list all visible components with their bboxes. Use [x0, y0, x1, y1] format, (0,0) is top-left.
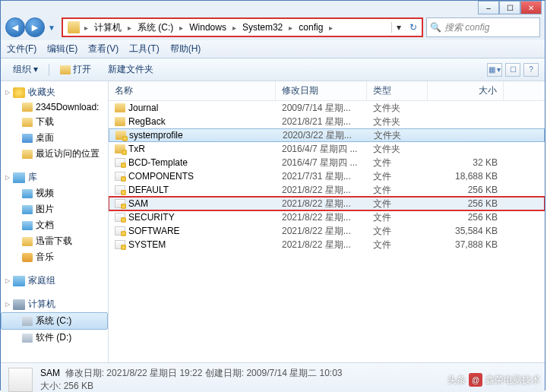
view-options-button[interactable]: ▦ ▾	[487, 63, 502, 77]
file-date: 2016/4/7 星期四 ...	[276, 156, 367, 170]
breadcrumb-item[interactable]: System32	[238, 22, 287, 33]
file-row[interactable]: TxR2016/4/7 星期四 ...文件夹	[109, 142, 545, 156]
folder-icon	[22, 103, 33, 112]
sidebar: ▷ 收藏夹 2345Download: 下载 桌面 最近访问的位置 ▷ 库 视频…	[1, 81, 109, 362]
newfolder-button[interactable]: 新建文件夹	[102, 62, 160, 77]
window-controls: – ☐ ✕	[478, 1, 542, 14]
watermark-text: 鑫荣电脑技术	[485, 374, 540, 387]
drive-icon	[22, 334, 33, 343]
refresh-button[interactable]: ↻	[405, 22, 422, 33]
folder-icon	[115, 117, 125, 126]
file-row[interactable]: SAM2021/8/22 星期...文件256 KB	[109, 197, 545, 210]
col-date[interactable]: 修改日期	[276, 81, 367, 100]
sidebar-item[interactable]: 视频	[1, 185, 108, 201]
sidebar-item[interactable]: 2345Download:	[1, 100, 108, 114]
preview-pane-button[interactable]: ☐	[505, 63, 520, 77]
sidebar-label: 家庭组	[28, 274, 55, 287]
search-input[interactable]: 🔍 搜索 config	[426, 17, 540, 37]
sidebar-item[interactable]: 下载	[1, 114, 108, 130]
sidebar-item-label: 最近访问的位置	[36, 147, 100, 160]
file-row[interactable]: SYSTEM2021/8/22 星期...文件37,888 KB	[109, 238, 545, 251]
sidebar-item[interactable]: 文档	[1, 217, 108, 233]
close-button[interactable]: ✕	[520, 1, 542, 14]
file-row[interactable]: DEFAULT2021/8/22 星期...文件256 KB	[109, 183, 545, 197]
menu-edit[interactable]: 编辑(E)	[47, 43, 77, 55]
sidebar-item[interactable]: 迅雷下载	[1, 233, 108, 249]
menu-view[interactable]: 查看(V)	[88, 43, 119, 55]
sidebar-item-label: 视频	[36, 187, 54, 200]
file-row[interactable]: BCD-Template2016/4/7 星期四 ...文件32 KB	[109, 156, 545, 169]
history-dropdown[interactable]: ▼	[45, 24, 58, 32]
file-type: 文件	[367, 156, 428, 170]
file-icon	[8, 368, 33, 392]
homegroup-icon	[13, 276, 25, 286]
sidebar-label: 收藏夹	[28, 86, 55, 99]
file-row[interactable]: RegBack2021/8/21 星期...文件夹	[109, 115, 545, 128]
breadcrumb-item[interactable]: config	[294, 22, 327, 33]
file-date: 2021/8/22 星期...	[276, 224, 367, 239]
details-dates: 修改日期: 2021/8/22 星期日 19:22 创建日期: 2009/7/1…	[65, 368, 343, 378]
download-icon	[22, 237, 33, 246]
breadcrumb-item[interactable]: 系统 (C:)	[133, 21, 178, 34]
file-date: 2016/4/7 星期四 ...	[276, 142, 367, 156]
chevron-right-icon: ▸	[287, 24, 294, 32]
file-size	[428, 148, 504, 150]
file-type: 文件	[367, 238, 428, 252]
file-row[interactable]: SOFTWARE2021/8/22 星期...文件35,584 KB	[109, 224, 545, 238]
col-name[interactable]: 名称	[109, 81, 276, 100]
file-size: 32 KB	[428, 156, 504, 169]
file-icon	[115, 213, 125, 222]
sidebar-item[interactable]: 图片	[1, 201, 108, 217]
sidebar-item[interactable]: 桌面	[1, 130, 108, 146]
toolbar: 组织 ▾ 打开 新建文件夹 ▦ ▾ ☐ ?	[1, 58, 545, 81]
sidebar-item-label: 音乐	[36, 251, 54, 264]
sidebar-libraries[interactable]: ▷ 库	[1, 169, 108, 185]
sidebar-homegroup[interactable]: ▷ 家庭组	[1, 273, 108, 289]
video-icon	[22, 189, 33, 198]
menu-file[interactable]: 文件(F)	[7, 43, 36, 55]
file-date: 2020/3/22 星期...	[277, 128, 368, 143]
organize-button[interactable]: 组织 ▾	[7, 62, 44, 77]
file-size: 256 KB	[428, 184, 504, 196]
breadcrumb-item[interactable]: Windows	[185, 22, 231, 33]
file-size	[428, 121, 504, 122]
chevron-right-icon: ▸	[231, 24, 238, 32]
details-size: 大小: 256 KB	[40, 380, 343, 393]
sidebar-item[interactable]: 音乐	[1, 249, 108, 265]
file-icon	[115, 172, 125, 181]
collapse-icon: ▷	[5, 89, 10, 96]
maximize-button[interactable]: ☐	[499, 1, 520, 14]
details-text: SAM 修改日期: 2021/8/22 星期日 19:22 创建日期: 2009…	[40, 367, 343, 393]
file-row[interactable]: Journal2009/7/14 星期...文件夹	[109, 101, 545, 115]
menu-help[interactable]: 帮助(H)	[170, 43, 201, 55]
sidebar-item[interactable]: 最近访问的位置	[1, 146, 108, 162]
sidebar-item-drive-d[interactable]: 软件 (D:)	[1, 330, 108, 346]
chevron-right-icon: ▸	[83, 24, 90, 32]
menu-bar: 文件(F) 编辑(E) 查看(V) 工具(T) 帮助(H)	[1, 40, 545, 58]
picture-icon	[22, 205, 33, 214]
file-row[interactable]: COMPONENTS2021/7/31 星期...文件18,688 KB	[109, 169, 545, 183]
sidebar-item-drive-c[interactable]: 系统 (C:)	[1, 312, 108, 330]
sidebar-item-label: 2345Download:	[36, 102, 99, 112]
help-button[interactable]: ?	[523, 63, 539, 77]
sidebar-label: 库	[28, 171, 37, 184]
sidebar-favorites[interactable]: ▷ 收藏夹	[1, 84, 108, 100]
music-icon	[22, 253, 33, 262]
minimize-button[interactable]: –	[478, 1, 499, 14]
sidebar-computer[interactable]: ▷ 计算机	[1, 296, 108, 312]
forward-button[interactable]: ►	[25, 17, 45, 37]
address-bar[interactable]: ▸ 计算机 ▸ 系统 (C:) ▸ Windows ▸ System32 ▸ c…	[62, 17, 423, 37]
file-size: 18,688 KB	[428, 170, 504, 182]
menu-tools[interactable]: 工具(T)	[129, 43, 159, 55]
file-row[interactable]: SECURITY2021/8/22 星期...文件256 KB	[109, 210, 545, 224]
open-button[interactable]: 打开	[54, 62, 97, 77]
back-button[interactable]: ◄	[5, 17, 25, 37]
file-size: 37,888 KB	[428, 239, 504, 251]
col-size[interactable]: 大小	[428, 81, 504, 100]
breadcrumb-item[interactable]: 计算机	[90, 21, 126, 34]
file-date: 2021/8/22 星期...	[276, 197, 367, 211]
col-type[interactable]: 类型	[367, 81, 428, 100]
file-type: 文件	[367, 224, 428, 239]
file-row[interactable]: systemprofile2020/3/22 星期...文件夹	[109, 128, 545, 142]
address-dropdown[interactable]: ▾	[391, 22, 405, 33]
